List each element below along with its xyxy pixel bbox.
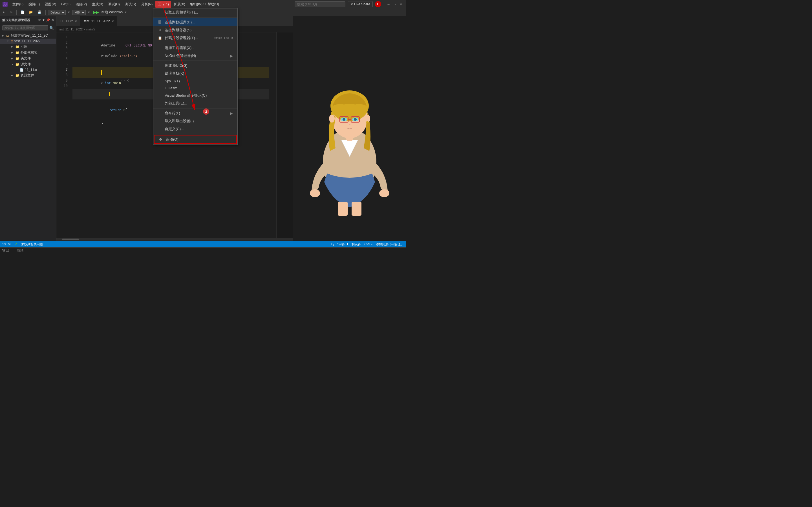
config-select[interactable]: Debug [48, 10, 66, 15]
maximize-button[interactable]: □ [392, 1, 398, 7]
menu-edit[interactable]: 编辑(E) [26, 1, 42, 8]
menu-git[interactable]: Git(G) [59, 1, 73, 7]
toolbar-redo[interactable]: ↪ [8, 10, 14, 15]
status-source-control[interactable]: 添加到源代码管理。 [376, 242, 404, 246]
breadcrumb-project[interactable]: test_11_11_2022 [59, 27, 83, 31]
menu-extensions[interactable]: 扩展(X) [172, 1, 188, 8]
scroll-thumb[interactable] [62, 238, 79, 240]
project-label: test_11_11_2022 [14, 39, 41, 43]
sidebar-search-input[interactable] [2, 25, 48, 31]
menu-analyze[interactable]: 分析(N) [139, 1, 155, 8]
toolbar-new[interactable]: 📄 [19, 10, 26, 15]
scrollbar-right[interactable] [272, 33, 276, 238]
menu-options[interactable]: 选项(O)... [154, 135, 237, 144]
menu-choose-toolbox[interactable]: 选择工具箱项(X)... [153, 44, 238, 52]
run-dropdown[interactable]: ▾ [125, 10, 126, 14]
solution-expand-icon: ▶ [2, 34, 5, 37]
menu-snippet-mgr[interactable]: 📋 代码片段管理器(T)... Ctrl+K, Ctrl+B [153, 34, 238, 42]
sidebar-close-icon[interactable]: ✕ [51, 18, 54, 22]
search-input[interactable] [295, 1, 345, 7]
menu-error-lookup[interactable]: 错误查找(K) [153, 69, 238, 77]
toolbar-undo[interactable]: ↩ [1, 10, 7, 15]
menu-ildasm[interactable]: ILDasm [153, 84, 238, 92]
menu-command-line[interactable]: 命令行(L) ▶ [153, 109, 238, 117]
scroll-track[interactable] [56, 238, 293, 240]
output-ready: 就绪 [17, 248, 24, 253]
output-bar: 输出 就绪 [0, 247, 406, 253]
menu-spy[interactable]: Spy++(+) [153, 77, 238, 84]
command-line-label: 命令行(L) [165, 111, 180, 116]
menu-file[interactable]: 文件(F) [10, 1, 26, 8]
status-zoom[interactable]: 133 % [2, 242, 11, 246]
tree-references[interactable]: ▶ 📁 引用 [0, 44, 56, 50]
create-guid-label: 创建 GUID(G) [165, 63, 188, 68]
run-label: 本地 Windows [101, 10, 123, 15]
tree-headers[interactable]: ▶ 📁 头文件 [0, 55, 56, 61]
platform-select[interactable]: x86 [72, 10, 86, 15]
nuget-label: NuGet 包管理器(N) [165, 53, 196, 58]
run-button[interactable]: ▶ [93, 10, 99, 14]
tree-external-deps[interactable]: ▶ 📁 外部依赖项 [0, 50, 56, 55]
toolbar-open[interactable]: 📂 [28, 10, 35, 15]
menu-create-guid[interactable]: 创建 GUID(G) [153, 62, 238, 69]
tree-sources[interactable]: ▼ 📁 源文件 [0, 61, 56, 67]
tree-resources[interactable]: ▶ 📁 资源文件 [0, 72, 56, 78]
tab-project[interactable]: test_11_11_2022 ✕ [80, 16, 117, 26]
tab-11-11-close[interactable]: ✕ [75, 20, 77, 23]
sidebar-collapse-icon[interactable]: ▼ [42, 18, 45, 22]
sidebar-pin-icon[interactable]: 📌 [46, 18, 50, 22]
ref-icon: 📁 [15, 45, 19, 49]
sidebar-title: 解决方案资源管理器 [2, 18, 30, 22]
kw-int: int [105, 80, 111, 86]
menu-connect-db[interactable]: 🗄 连接到数据库(D)... [153, 18, 238, 26]
menu-get-tools[interactable]: 获取工具和功能(T)... [153, 8, 238, 16]
toolbar-save[interactable]: 💾 [36, 10, 43, 15]
sidebar-search-icon[interactable]: 🔍 [49, 26, 54, 30]
tree-file-11[interactable]: 📄 11_11.c [0, 67, 56, 72]
tab-project-close[interactable]: ✕ [112, 20, 114, 23]
status-line-ending[interactable]: CRLF [364, 242, 372, 246]
tab-11-11[interactable]: 11_11.c* ✕ [56, 16, 80, 26]
right-panel [293, 16, 406, 240]
project-expand-icon: ▼ [7, 40, 10, 43]
status-bar-right: 行: 7 字符: 1 制表符 CRLF 添加到源代码管理。 [331, 242, 404, 246]
status-position[interactable]: 行: 7 字符: 1 [331, 242, 349, 246]
tree-solution[interactable]: ▶ 🗂 解决方案'test_11_11_2C [0, 33, 56, 39]
live-share-label: Live Share [354, 2, 370, 6]
ref-label: 引用 [20, 44, 28, 49]
toolbar-sep-2 [45, 10, 46, 15]
menu-view[interactable]: 视图(V) [43, 1, 58, 8]
breadcrumb-function[interactable]: main() [86, 27, 95, 31]
menu-import-export[interactable]: 导入和导出设置(I)... [153, 117, 238, 125]
menu-vs-command[interactable]: Visual Studio 命令提示(C) [153, 92, 238, 100]
toolbar-sep-3: ▾ [68, 10, 70, 14]
kw-return: return [109, 108, 121, 113]
ext-expand-icon: ▶ [11, 51, 14, 54]
snippet-mgr-label: 代码片段管理器(T)... [165, 36, 198, 41]
menu-build[interactable]: 生成(B) [90, 1, 105, 8]
annotation-circle-2: 2 [203, 108, 209, 115]
fold-icon[interactable]: ▼ [101, 81, 103, 86]
user-avatar[interactable]: L [375, 1, 381, 7]
sidebar-sync-icon[interactable]: ⟳ [38, 18, 41, 22]
pp-include: #include [101, 54, 117, 59]
status-encoding[interactable]: 制表符 [352, 242, 361, 246]
line-num-5: 5 [57, 56, 68, 62]
src-label: 源文件 [20, 62, 31, 67]
menu-debug[interactable]: 调试(D) [106, 1, 122, 8]
svg-point-13 [349, 124, 350, 125]
title-bar: 文件(F) 编辑(E) 视图(V) Git(G) 项目(P) 生成(B) 调试(… [0, 0, 406, 8]
menu-customize[interactable]: 自定义(C)... [153, 125, 238, 133]
menu-external-tools[interactable]: 外部工具(E)... [153, 100, 238, 107]
close-button[interactable]: ✕ [398, 1, 404, 7]
menu-connect-server[interactable]: 🖥 连接到服务器(S)... [153, 26, 238, 34]
menu-project[interactable]: 项目(P) [73, 1, 89, 8]
include-path: <stdio.h> [119, 54, 138, 59]
minimize-button[interactable]: ─ [386, 1, 391, 7]
tab-project-label: test_11_11_2022 [84, 19, 110, 23]
sidebar-header: 解决方案资源管理器 ⟳ ▼ 📌 ✕ [0, 16, 56, 24]
menu-nuget[interactable]: NuGet 包管理器(N) ▶ [153, 52, 238, 60]
live-share-button[interactable]: ↗ Live Share [348, 1, 373, 7]
tree-project[interactable]: ▼ ⊞ test_11_11_2022 [0, 39, 56, 44]
menu-test[interactable]: 测试(S) [123, 1, 139, 8]
